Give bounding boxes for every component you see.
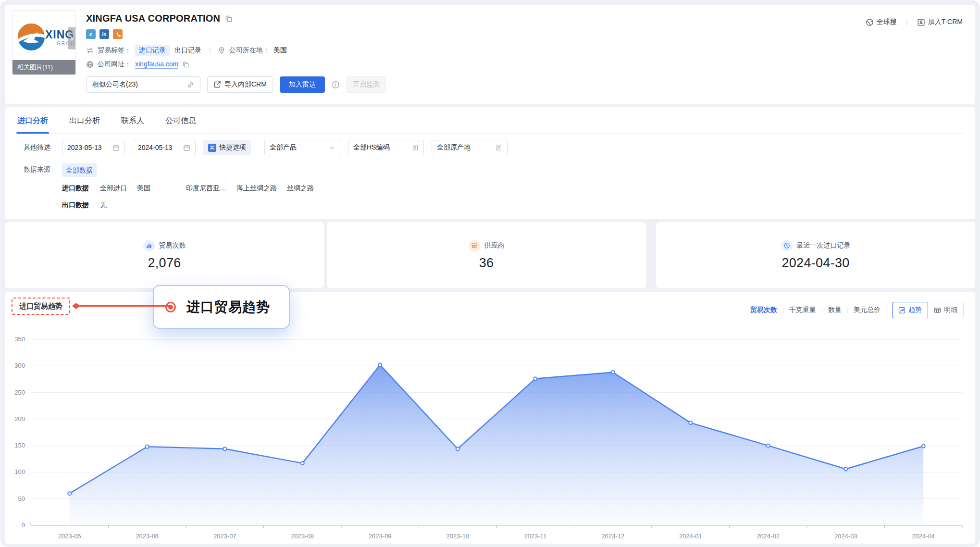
tag-export-records[interactable]: 出口记录 [174, 45, 202, 56]
metric-quantity[interactable]: 数量 [828, 306, 842, 314]
website-badge-icon[interactable]: e [86, 29, 96, 39]
trend-icon [898, 307, 906, 314]
chart-controls: 贸易次数 | 千克重量 | 数量 | 美元总价 趋势 明细 [750, 302, 964, 318]
related-images-overlay[interactable]: 相关图片(11) [12, 60, 75, 75]
linkedin-icon[interactable]: in [99, 29, 109, 39]
chevron-down-icon [329, 145, 335, 151]
stat-card-last-import: 最近一次进口记录 2024-04-30 [656, 222, 975, 288]
stat-card-trade-count: 贸易次数 2,076 [5, 222, 324, 288]
svg-text:2023-09: 2023-09 [369, 533, 392, 540]
phone-icon[interactable] [113, 29, 123, 39]
callout-dot [74, 303, 79, 309]
similar-companies-label: 相似公司名(23) [92, 80, 138, 89]
all-data-chip[interactable]: 全部数据 [62, 163, 97, 177]
page: XINGFA GROUP 相关图片(11) › XINGFA USA CORPO… [0, 0, 980, 547]
svg-text:0: 0 [22, 522, 25, 529]
metric-usd-total[interactable]: 美元总价 [854, 306, 881, 314]
view-trend-label: 趋势 [908, 306, 922, 314]
copy-website-icon[interactable] [182, 61, 189, 68]
join-tcrm-icon [917, 18, 925, 26]
stat-value: 2024-04-30 [782, 256, 849, 271]
end-date-value: 2024-05-13 [138, 144, 173, 151]
tab-company-info[interactable]: 公司信息 [164, 115, 197, 133]
join-tcrm-label: 加入T-CRM [928, 18, 963, 26]
quick-options-button[interactable]: ⌘ 快捷选项 [203, 140, 251, 155]
global-search-icon [866, 18, 874, 26]
tab-import-analysis[interactable]: 进口分析 [16, 115, 49, 133]
similar-companies-button[interactable]: 相似公司名(23) [86, 76, 200, 93]
clock-icon [781, 240, 793, 251]
global-search-link[interactable]: 全球搜 [866, 18, 897, 26]
import-data-items: 全部进口 美国 印度尼西亚… 海上丝绸之路 丝绸之路 [100, 182, 314, 194]
trade-tags-row: 贸易标签： 进口记录 出口记录 | 公司所在地： 美国 [86, 45, 964, 56]
svg-text:350: 350 [14, 336, 25, 343]
tab-export-analysis[interactable]: 出口分析 [68, 115, 101, 133]
copy-icon[interactable] [225, 15, 233, 23]
origin-select[interactable]: 全部原产地 [432, 140, 508, 155]
divider: | [209, 47, 211, 54]
website-row: 公司网址： xingfausa.com [86, 60, 964, 69]
export-data-label: 出口数据 [62, 199, 89, 211]
start-monitor-button[interactable]: 开启监测 [347, 76, 386, 93]
table-icon [934, 307, 941, 314]
carousel-next-icon[interactable]: › [68, 27, 76, 49]
metric-kg-weight[interactable]: 千克重量 [789, 306, 816, 314]
import-trend-section: 进口贸易趋势 进口贸易趋势 贸易次数 | 千克重量 | 数量 | 美元总价 趋势… [5, 292, 975, 544]
svg-text:2023-06: 2023-06 [136, 533, 159, 540]
import-item[interactable]: 印度尼西亚… [186, 182, 226, 194]
data-source-label: 数据来源 [24, 163, 62, 175]
join-tcrm-link[interactable]: 加入T-CRM [917, 18, 963, 26]
svg-text:300: 300 [14, 362, 25, 369]
view-trend-button[interactable]: 趋势 [892, 302, 928, 318]
metric-trade-count[interactable]: 贸易次数 [750, 306, 777, 314]
stat-label: 供应商 [484, 241, 505, 250]
svg-text:2024-03: 2024-03 [834, 533, 857, 540]
import-item[interactable]: 美国 [137, 182, 150, 194]
tab-bar: 进口分析 出口分析 联系人 公司信息 [16, 107, 964, 134]
svg-text:2023-05: 2023-05 [58, 533, 81, 540]
hs-code-select[interactable]: 全部HS编码 [348, 140, 424, 155]
analysis-panel: 进口分析 出口分析 联系人 公司信息 其他筛选 2023-05-13 2024-… [5, 107, 975, 219]
tag-import-records[interactable]: 进口记录 [135, 45, 170, 56]
command-icon: ⌘ [208, 144, 216, 152]
start-date-value: 2023-05-13 [67, 144, 102, 151]
import-crm-label: 导入内部CRM [224, 80, 267, 89]
import-item[interactable]: 全部进口 [100, 182, 127, 194]
calendar-icon [183, 144, 190, 151]
location-label: 公司所在地： [229, 46, 270, 55]
import-crm-button[interactable]: 导入内部CRM [207, 76, 273, 93]
start-date-input[interactable]: 2023-05-13 [62, 140, 125, 155]
origin-value: 全部原产地 [437, 143, 471, 152]
export-data-value: 无 [100, 199, 107, 211]
svg-text:2024-04: 2024-04 [912, 533, 935, 540]
company-logo[interactable]: XINGFA GROUP 相关图片(11) › [12, 10, 76, 75]
svg-text:2023-11: 2023-11 [524, 533, 546, 540]
product-select-value: 全部产品 [270, 143, 297, 152]
company-logo-image: XINGFA GROUP [15, 19, 74, 55]
other-filters-label: 其他筛选 [24, 143, 62, 152]
location-pin-icon [218, 47, 225, 54]
view-detail-label: 明细 [944, 306, 957, 314]
product-select[interactable]: 全部产品 [264, 140, 340, 155]
tab-contacts[interactable]: 联系人 [120, 115, 145, 133]
svg-text:50: 50 [18, 495, 25, 502]
add-radar-button[interactable]: 加入雷达 [280, 76, 325, 93]
social-links: e in [86, 29, 964, 39]
trend-area-chart[interactable]: 0501001502002503003502023-052023-062023-… [5, 327, 977, 543]
svg-text:100: 100 [14, 468, 25, 475]
callout-connector-line [73, 305, 170, 307]
store-icon [469, 240, 480, 251]
view-detail-button[interactable]: 明细 [928, 302, 964, 318]
company-info: XINGFA USA CORPORATION e in 贸易标签： 进口记录 出… [86, 13, 964, 93]
callout-text: 进口贸易趋势 [186, 298, 270, 316]
globe-icon [86, 61, 94, 68]
svg-text:2023-08: 2023-08 [291, 533, 314, 540]
link-icon [187, 81, 194, 88]
end-date-input[interactable]: 2024-05-13 [133, 140, 196, 155]
import-item[interactable]: 丝绸之路 [287, 182, 314, 194]
svg-text:250: 250 [14, 389, 25, 396]
import-item[interactable]: 海上丝绸之路 [236, 182, 277, 194]
svg-text:2023-10: 2023-10 [446, 533, 469, 540]
website-link[interactable]: xingfausa.com [135, 60, 178, 69]
info-icon[interactable] [332, 81, 340, 89]
